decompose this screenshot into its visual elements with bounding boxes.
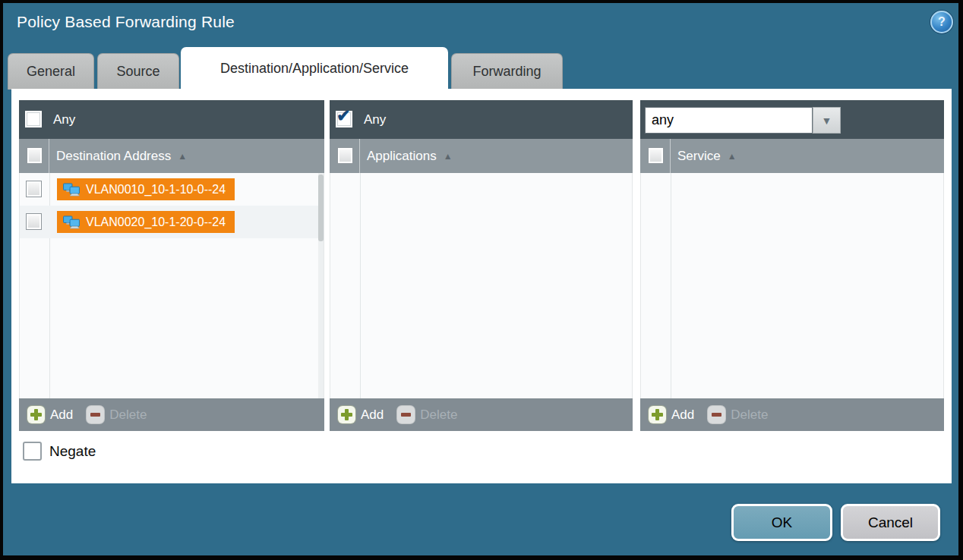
negate-option: Negate xyxy=(23,442,96,461)
tab-general[interactable]: General xyxy=(8,53,94,90)
add-button[interactable]: Add xyxy=(338,406,384,423)
row-checkbox[interactable] xyxy=(26,181,42,197)
applications-select-all-checkbox[interactable] xyxy=(337,147,353,164)
dialog-title: Policy Based Forwarding Rule xyxy=(17,13,235,31)
service-column-header[interactable]: Service▲ xyxy=(640,139,944,173)
service-dropdown-button[interactable]: ▼ xyxy=(813,107,841,134)
delete-button[interactable]: Delete xyxy=(397,406,457,423)
ok-button[interactable]: OK xyxy=(731,504,832,541)
delete-icon xyxy=(708,406,725,423)
network-icon xyxy=(62,216,81,229)
tab-source[interactable]: Source xyxy=(97,53,179,90)
destination-any-bar: Any xyxy=(19,100,324,139)
address-object-name: VLAN0010_10-1-10-0--24 xyxy=(86,183,226,197)
scrollbar[interactable] xyxy=(318,173,324,398)
applications-panel: ✔ Any Applications▲ Add Delete xyxy=(330,100,633,431)
service-select-all-checkbox[interactable] xyxy=(648,147,664,164)
destination-any-label: Any xyxy=(53,100,75,139)
applications-column-title: Applications xyxy=(367,149,437,163)
add-icon xyxy=(649,406,666,423)
destination-select-all-checkbox[interactable] xyxy=(27,147,43,164)
destination-column-header[interactable]: Destination Address▲ xyxy=(19,139,324,173)
applications-footer: Add Delete xyxy=(330,398,633,431)
negate-label: Negate xyxy=(49,443,96,460)
applications-any-bar: ✔ Any xyxy=(330,100,633,139)
address-object-name: VLAN0020_10-1-20-0--24 xyxy=(86,216,226,229)
sort-ascending-icon: ▲ xyxy=(728,151,737,162)
add-icon xyxy=(27,406,45,423)
add-icon xyxy=(338,406,355,423)
delete-icon xyxy=(87,406,104,423)
column-divider xyxy=(359,139,360,173)
negate-checkbox[interactable] xyxy=(23,442,42,461)
service-column-title: Service xyxy=(677,149,721,163)
applications-list xyxy=(330,173,633,398)
help-icon[interactable]: ? xyxy=(930,11,953,33)
service-dropdown-input[interactable] xyxy=(645,107,813,134)
destination-column-title: Destination Address xyxy=(56,149,171,163)
cancel-button[interactable]: Cancel xyxy=(841,504,940,541)
service-list xyxy=(640,173,944,398)
scrollbar-thumb[interactable] xyxy=(318,175,324,241)
column-divider xyxy=(671,173,671,398)
destination-footer: Add Delete xyxy=(19,398,324,431)
sort-ascending-icon: ▲ xyxy=(178,151,187,162)
sort-ascending-icon: ▲ xyxy=(444,151,453,162)
delete-button[interactable]: Delete xyxy=(708,406,768,423)
service-dropdown-bar: ▼ xyxy=(640,100,944,139)
destination-row[interactable]: VLAN0010_10-1-10-0--24 xyxy=(20,173,324,206)
delete-button[interactable]: Delete xyxy=(87,406,147,423)
service-panel: ▼ Service▲ Add Delete xyxy=(640,100,944,431)
address-object-chip[interactable]: VLAN0020_10-1-20-0--24 xyxy=(57,211,235,233)
destination-any-checkbox[interactable] xyxy=(25,111,42,127)
applications-column-header[interactable]: Applications▲ xyxy=(330,139,633,173)
tab-destination-application-service[interactable]: Destination/Application/Service xyxy=(181,47,448,90)
policy-forwarding-dialog: Policy Based Forwarding Rule ? General S… xyxy=(0,0,963,560)
destination-panel: Any Destination Address▲ VLAN0010_10-1-1… xyxy=(19,100,324,431)
destination-row[interactable]: VLAN0020_10-1-20-0--24 xyxy=(20,206,324,238)
checkmark-icon: ✔ xyxy=(336,106,350,126)
add-button[interactable]: Add xyxy=(649,406,694,423)
destination-list: VLAN0010_10-1-10-0--24 VLAN0020_10-1-20-… xyxy=(19,173,324,398)
column-divider xyxy=(360,173,361,398)
row-checkbox[interactable] xyxy=(26,213,42,230)
service-footer: Add Delete xyxy=(640,398,944,431)
column-divider xyxy=(49,139,49,173)
delete-icon xyxy=(397,406,415,423)
address-object-chip[interactable]: VLAN0010_10-1-10-0--24 xyxy=(57,178,235,200)
applications-any-label: Any xyxy=(364,100,386,139)
tab-forwarding[interactable]: Forwarding xyxy=(451,53,563,90)
network-icon xyxy=(62,183,81,197)
column-divider xyxy=(670,139,671,173)
add-button[interactable]: Add xyxy=(27,406,73,423)
applications-any-checkbox[interactable]: ✔ xyxy=(336,111,352,127)
chevron-down-icon: ▼ xyxy=(822,115,832,127)
